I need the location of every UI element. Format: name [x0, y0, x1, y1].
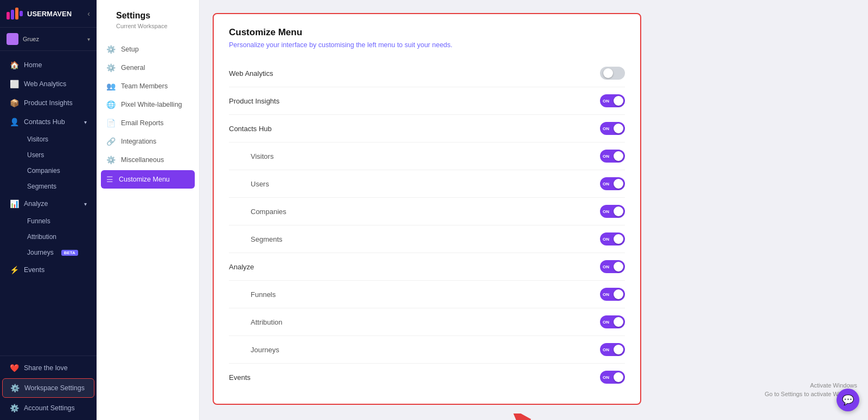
workspace-settings-icon: ⚙️ — [10, 384, 19, 392]
menu-row-analyze: AnalyzeON — [229, 253, 625, 281]
menu-row-events: EventsON — [229, 364, 625, 391]
settings-nav-integrations[interactable]: 🔗 Integrations — [97, 132, 199, 151]
settings-nav-team-members[interactable]: 👥 Team Members — [97, 77, 199, 95]
sidebar-item-events[interactable]: ⚡ Events — [2, 261, 94, 279]
sidebar-item-account-settings-label: Account Settings — [24, 404, 75, 412]
share-icon: ❤️ — [10, 364, 18, 372]
toggle-attribution[interactable]: ON — [600, 315, 625, 328]
settings-subtitle: Current Workspace — [106, 23, 189, 38]
logo-area: USERMAVEN — [7, 8, 72, 20]
sidebar-header: USERMAVEN ‹ — [0, 0, 97, 28]
menu-row-label-segments: Segments — [229, 235, 283, 243]
main-content: Settings Current Workspace ⚙️ Setup ⚙️ G… — [97, 0, 868, 420]
sidebar-footer: ❤️ Share the love ⚙️ Workspace Settings … — [0, 356, 97, 420]
toggle-companies[interactable]: ON — [600, 205, 625, 218]
settings-nav-miscellaneous-label: Miscellaneous — [121, 156, 164, 164]
settings-main: Customize Menu Personalize your interfac… — [200, 0, 868, 420]
menu-row-label-journeys: Journeys — [229, 346, 279, 354]
settings-nav-miscellaneous[interactable]: ⚙️ Miscellaneous — [97, 151, 199, 169]
sidebar-item-share[interactable]: ❤️ Share the love — [2, 359, 94, 377]
menu-row-label-contacts-hub: Contacts Hub — [229, 125, 272, 133]
sidebar-item-segments[interactable]: Segments — [22, 179, 94, 194]
settings-container: Settings Current Workspace ⚙️ Setup ⚙️ G… — [97, 0, 868, 420]
settings-nav-pixel-whitelabelling[interactable]: 🌐 Pixel White-labelling — [97, 95, 199, 114]
settings-header: Settings Current Workspace — [97, 11, 199, 40]
sidebar-item-journeys[interactable]: Journeys BETA — [22, 245, 94, 260]
sidebar-item-visitors[interactable]: Visitors — [22, 132, 94, 147]
menu-row-label-analyze: Analyze — [229, 263, 254, 271]
menu-row-label-users: Users — [229, 180, 269, 188]
sidebar-item-account-settings[interactable]: ⚙️ Account Settings — [2, 399, 94, 417]
sidebar-item-analyze-label: Analyze — [24, 200, 48, 208]
menu-row-web-analytics: Web Analytics — [229, 60, 625, 87]
toggle-segments[interactable]: ON — [600, 232, 625, 245]
workspace-selector[interactable]: Gruez ▾ — [0, 28, 97, 51]
sidebar-item-companies-label: Companies — [27, 167, 60, 175]
menu-rows-container: Web AnalyticsProduct InsightsONContacts … — [229, 60, 625, 391]
analyze-chevron-icon: ▾ — [84, 201, 87, 207]
chat-button[interactable]: 💬 — [837, 389, 859, 411]
customize-menu-card: Customize Menu Personalize your interfac… — [213, 13, 641, 405]
sidebar-item-funnels[interactable]: Funnels — [22, 214, 94, 229]
settings-nav-pixel-whitelabelling-label: Pixel White-labelling — [121, 101, 182, 108]
sidebar-item-web-analytics[interactable]: ⬜ Web Analytics — [2, 75, 94, 93]
contacts-hub-chevron-icon: ▾ — [84, 119, 87, 125]
arrow-icon — [507, 413, 561, 420]
menu-row-users: UsersON — [229, 170, 625, 198]
settings-nav-email-reports[interactable]: 📄 Email Reports — [97, 114, 199, 132]
toggle-funnels[interactable]: ON — [600, 288, 625, 301]
sidebar-item-product-insights[interactable]: 📦 Product Insights — [2, 94, 94, 112]
sidebar-item-contacts-hub[interactable]: 👤 Contacts Hub ▾ — [2, 113, 94, 131]
contacts-hub-icon: 👤 — [10, 118, 18, 126]
sidebar-item-home[interactable]: 🏠 Home — [2, 56, 94, 74]
menu-row-label-attribution: Attribution — [229, 318, 283, 326]
workspace-chevron-icon: ▾ — [87, 36, 90, 42]
journeys-badge: BETA — [61, 250, 78, 256]
web-analytics-icon: ⬜ — [10, 80, 18, 88]
menu-row-label-companies: Companies — [229, 208, 286, 216]
toggle-journeys[interactable]: ON — [600, 343, 625, 356]
sidebar-item-segments-label: Segments — [27, 183, 56, 190]
analyze-sub: Funnels Attribution Journeys BETA — [0, 214, 97, 260]
sidebar-item-attribution[interactable]: Attribution — [22, 229, 94, 244]
sidebar-item-companies[interactable]: Companies — [22, 163, 94, 178]
sidebar-item-share-label: Share the love — [24, 364, 68, 372]
collapse-button[interactable]: ‹ — [87, 9, 90, 18]
settings-nav-customize-menu[interactable]: ☰ Customize Menu — [101, 170, 195, 189]
toggle-analyze[interactable]: ON — [600, 260, 625, 273]
toggle-contacts-hub[interactable]: ON — [600, 122, 625, 135]
pixel-whitelabelling-icon: 🌐 — [106, 100, 116, 109]
menu-row-funnels: FunnelsON — [229, 281, 625, 308]
menu-row-journeys: JourneysON — [229, 336, 625, 364]
sidebar-item-home-label: Home — [24, 61, 42, 69]
sidebar-item-product-insights-label: Product Insights — [24, 99, 73, 107]
sidebar-item-users[interactable]: Users — [22, 147, 94, 163]
settings-title: Settings — [106, 11, 189, 23]
menu-row-companies: CompaniesON — [229, 198, 625, 225]
svg-rect-2 — [15, 8, 18, 20]
toggle-events[interactable]: ON — [600, 371, 625, 384]
miscellaneous-icon: ⚙️ — [106, 156, 116, 164]
general-icon: ⚙️ — [106, 63, 116, 72]
menu-row-segments: SegmentsON — [229, 225, 625, 253]
menu-row-product-insights: Product InsightsON — [229, 87, 625, 115]
sidebar-item-analyze[interactable]: 📊 Analyze ▾ — [2, 195, 94, 213]
toggle-visitors[interactable]: ON — [600, 150, 625, 163]
settings-nav-customize-menu-label: Customize Menu — [119, 176, 170, 183]
toggle-web-analytics[interactable] — [600, 67, 625, 80]
toggle-product-insights[interactable]: ON — [600, 94, 625, 107]
settings-nav-setup[interactable]: ⚙️ Setup — [97, 40, 199, 59]
analyze-icon: 📊 — [10, 199, 18, 208]
sidebar-item-workspace-settings[interactable]: ⚙️ Workspace Settings — [2, 378, 94, 398]
settings-nav-team-members-label: Team Members — [121, 82, 168, 90]
home-icon: 🏠 — [10, 61, 18, 69]
sidebar: USERMAVEN ‹ Gruez ▾ 🏠 Home ⬜ Web Analyti… — [0, 0, 97, 420]
toggle-users[interactable]: ON — [600, 177, 625, 190]
sidebar-nav: 🏠 Home ⬜ Web Analytics 📦 Product Insight… — [0, 51, 97, 356]
svg-rect-1 — [11, 10, 14, 20]
sidebar-item-web-analytics-label: Web Analytics — [24, 80, 66, 88]
menu-row-label-product-insights: Product Insights — [229, 97, 279, 105]
sidebar-item-funnels-label: Funnels — [27, 217, 50, 225]
customize-menu-icon: ☰ — [106, 175, 113, 184]
settings-nav-general[interactable]: ⚙️ General — [97, 59, 199, 77]
